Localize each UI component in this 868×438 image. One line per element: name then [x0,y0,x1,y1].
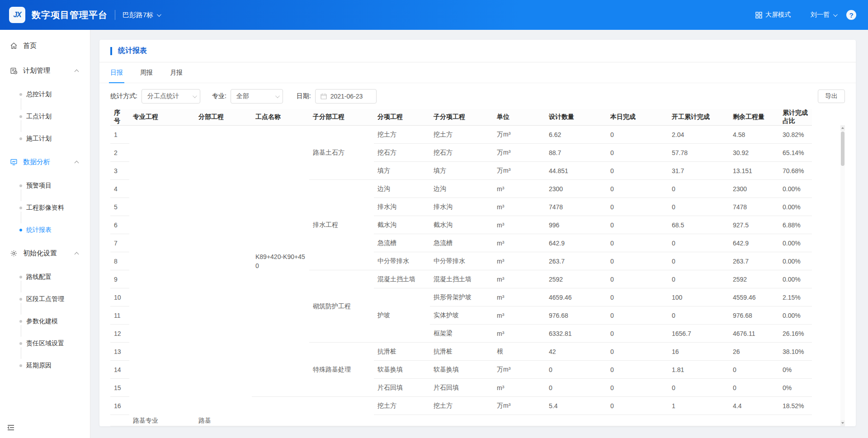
project-selector[interactable]: 巴彭路7标 [123,11,160,19]
sidebar-item-warning-projects[interactable]: 预警项目 [0,174,90,197]
cell-item: 混凝土挡土墙 [374,270,430,288]
scrollbar-thumb[interactable] [841,132,844,166]
cell-cumulative: 0 [668,198,729,216]
cell-design: 0 [545,379,607,397]
cell-sub-item: 排水沟 [430,198,493,216]
cell-today: 0 [607,288,668,306]
big-screen-mode-button[interactable]: 大屏模式 [755,11,791,19]
chevron-up-icon [75,252,79,257]
col-sub-division: 子分部工程 [309,109,374,126]
vertical-scrollbar[interactable] [840,125,845,426]
col-site-name: 工点名称 [252,109,309,126]
cell-sub-item: 挖石方 [430,144,493,162]
cell-sub-item: 截水沟 [430,216,493,234]
sidebar-item-responsibility-area[interactable]: 责任区域设置 [0,332,90,354]
sidebar-item-label: 总控计划 [26,90,52,99]
sidebar-collapse-button[interactable] [7,424,14,433]
date-picker[interactable]: 2021-06-23 [315,89,377,104]
cell-pct: 0.00% [779,306,812,325]
sidebar-item-site-plan[interactable]: 工点计划 [0,105,90,127]
cell-pct: 0% [779,361,812,379]
cell-pct: 0.00% [779,270,812,288]
tab-weekly[interactable]: 周报 [140,62,153,83]
cell-sub-item: 框架梁 [430,325,493,343]
tab-label: 周报 [140,69,153,77]
grid-icon [755,12,762,19]
cell-remaining: 26 [729,343,779,361]
sidebar-item-label: 延期原因 [26,362,52,370]
sidebar-item-label: 施工计划 [26,135,52,143]
cell-pct: 0.00% [779,252,812,270]
cell-site-name [252,397,309,427]
cell-cumulative: 31.7 [668,162,729,180]
chevron-down-icon [833,12,838,17]
cell-site-name: K89+420-K90+450 [252,126,309,397]
col-unit: 单位 [493,109,545,126]
sidebar-item-construction-plan[interactable]: 施工计划 [0,127,90,150]
major-value: 全部 [236,92,271,100]
sidebar-item-route-config[interactable]: 路线配置 [0,266,90,288]
sidebar-group-plan[interactable]: 计划管理 [0,58,90,83]
sidebar-group-init-settings[interactable]: 初始化设置 [0,241,90,266]
sidebar-item-section-site-mgmt[interactable]: 区段工点管理 [0,288,90,310]
cell-pct: 18.52% [779,397,812,415]
cell-today: 0 [607,379,668,397]
cell-cumulative: 0 [668,306,729,325]
cell-unit: 根 [493,343,545,361]
sidebar-item-image-data[interactable]: 工程影像资料 [0,197,90,219]
cell-item: 挖石方 [374,144,430,162]
cell-unit: m³ [493,198,545,216]
major-select[interactable]: 全部 [231,89,283,104]
cell-unit: m³ [493,216,545,234]
scroll-down-arrow[interactable] [840,420,845,426]
tab-daily[interactable]: 日报 [110,62,123,83]
cell-design: 44.851 [545,162,607,180]
sidebar-item-master-plan[interactable]: 总控计划 [0,83,90,105]
sidebar-item-statistic-report[interactable]: 统计报表 [0,219,90,241]
cell-sub-item: 片石回填 [430,379,493,397]
cell-sub-item: 填方 [430,162,493,180]
help-icon[interactable]: ? [846,10,856,20]
cell-seq: 3 [110,162,129,180]
date-value: 2021-06-23 [330,93,363,100]
stat-mode-value: 分工点统计 [147,92,188,100]
sidebar-item-label: 区段工点管理 [26,295,64,303]
sidebar-group-data-analysis[interactable]: 数据分析 [0,150,90,174]
cell-cumulative: 1656.7 [668,325,729,343]
user-menu[interactable]: 刘一哲 [811,11,836,19]
filter-bar: 统计方式: 分工点统计 专业: 全部 日期: 2021-06-23 导出 [99,83,856,109]
col-division-project: 分部工程 [195,109,252,126]
cell-cumulative: 2.04 [668,126,729,144]
cell-sub-item: 挖土方 [430,126,493,144]
cell-seq: 2 [110,144,129,162]
stat-mode-select[interactable]: 分工点统计 [142,89,200,104]
cell-seq [110,415,129,427]
home-icon [10,42,18,50]
cell-pct: 65.14% [779,144,812,162]
page-title: 统计报表 [118,46,147,56]
sidebar-item-parametric-modeling[interactable]: 参数化建模 [0,310,90,332]
cell-pct: 0.00% [779,234,812,252]
cell-sub-item: 实体护坡 [430,306,493,325]
cell-pct: 30.82% [779,126,812,144]
cell-cumulative: 0 [668,234,729,252]
export-button[interactable]: 导出 [818,89,845,103]
cell-sub-division: 路基土石方 [309,126,374,180]
export-label: 导出 [825,92,838,100]
cell-seq: 8 [110,252,129,270]
plan-icon [10,67,18,75]
cell-pct: 38.10% [779,343,812,361]
cell-item: 边沟 [374,180,430,198]
sidebar-item-delay-reason[interactable]: 延期原因 [0,354,90,377]
cell-pct: 0.00% [779,180,812,198]
cell-remaining: 4559.46 [729,288,779,306]
cell-today: 0 [607,361,668,379]
cell-pct: 70.68% [779,162,812,180]
cell-design: 2300 [545,180,607,198]
scroll-up-arrow[interactable] [840,125,845,131]
gear-icon [10,250,18,258]
cell-design: 7478 [545,198,607,216]
tab-monthly[interactable]: 月报 [170,62,183,83]
cell-today: 0 [607,126,668,144]
sidebar-item-home[interactable]: 首页 [0,33,90,58]
